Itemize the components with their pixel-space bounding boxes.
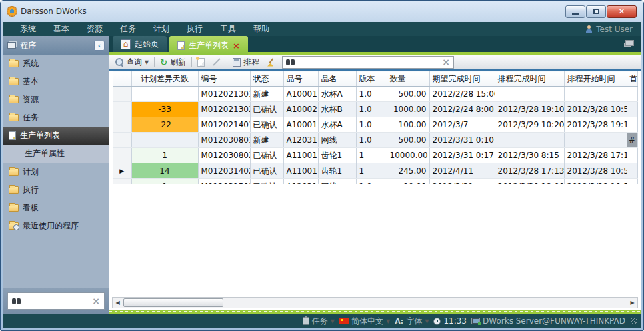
table-row[interactable]: 1M012031501已确认A12031网线1.010.002012/3/312… xyxy=(113,179,637,184)
sidebar-search-clear-icon[interactable]: × xyxy=(92,296,100,306)
row-gutter[interactable] xyxy=(113,148,131,163)
filter-search-input[interactable]: × xyxy=(282,56,454,69)
maximize-icon xyxy=(593,9,599,14)
menu-item-基本[interactable]: 基本 xyxy=(45,23,78,35)
table-header-row: 计划差异天数编号状态品号品名版本数量期望完成时间排程完成时间排程开始时间首 xyxy=(113,71,637,87)
row-gutter[interactable] xyxy=(113,102,131,117)
cell-item_no: A10001 xyxy=(283,87,318,102)
column-header-sched_end[interactable]: 排程完成时间 xyxy=(495,71,564,87)
row-indicator[interactable]: ▶ xyxy=(113,163,131,179)
table-row[interactable]: M012030801新建A12031网线1.0500.002012/3/31 0… xyxy=(113,133,637,148)
user-icon xyxy=(585,25,593,33)
table-row[interactable]: -22M012021401已确认A10001水杯A1.0100.002012/3… xyxy=(113,117,637,133)
cell-qty: 10000.00 xyxy=(387,148,429,163)
cell-item_no: A10001 xyxy=(283,117,318,133)
tab-production-order-list[interactable]: 生产单列表 × xyxy=(169,36,248,55)
edit-button[interactable] xyxy=(210,61,223,63)
cell-code: M012030801 xyxy=(198,133,250,148)
chevron-down-icon: ▼ xyxy=(386,318,390,324)
cell-code: M012021301 xyxy=(198,87,250,102)
scroll-left-icon[interactable]: ◀ xyxy=(113,298,123,308)
column-header-status[interactable]: 状态 xyxy=(250,71,283,87)
cell-expect: 2012/3/7 xyxy=(429,117,495,133)
clean-button[interactable] xyxy=(265,58,277,67)
sidebar-item-生产单列表[interactable]: 生产单列表 xyxy=(3,127,109,145)
table-row[interactable]: -33M012021302已确认A10002水杯B1.01000.002012/… xyxy=(113,102,637,117)
column-header-extra[interactable]: 首 xyxy=(627,71,637,87)
task-status-dropdown[interactable]: 任务 ▼ xyxy=(303,316,335,327)
sidebar-item-计划[interactable]: 计划 xyxy=(3,163,109,181)
menu-item-工具[interactable]: 工具 xyxy=(211,23,245,35)
tab-start-page[interactable]: ⌂ 起始页 xyxy=(113,36,167,52)
menu-item-资源[interactable]: 资源 xyxy=(78,23,111,35)
new-button[interactable] xyxy=(195,58,207,67)
sidebar-item-任务[interactable]: 任务 xyxy=(3,109,109,127)
scroll-right-icon[interactable]: ▶ xyxy=(627,298,637,308)
user-area[interactable]: Test User xyxy=(585,25,633,34)
sidebar-item-基本[interactable]: 基本 xyxy=(3,73,109,91)
row-gutter[interactable] xyxy=(113,87,131,102)
cell-sched_start: 2012/3/28 10:52 xyxy=(564,163,627,179)
filter-clear-icon[interactable]: × xyxy=(442,57,450,67)
refresh-button[interactable]: ↻ 刷新 xyxy=(158,57,188,68)
cell-extra: # xyxy=(627,133,637,148)
server-icon xyxy=(471,318,480,324)
tab-strip: ⌂ 起始页 生产单列表 × xyxy=(109,36,641,55)
row-gutter[interactable] xyxy=(113,179,131,184)
column-header-version[interactable]: 版本 xyxy=(356,71,387,87)
sidebar-search-input[interactable]: × xyxy=(7,292,105,310)
menu-item-计划[interactable]: 计划 xyxy=(145,23,178,35)
column-header-code[interactable]: 编号 xyxy=(198,71,250,87)
cell-qty: 500.00 xyxy=(387,133,429,148)
column-header-diff[interactable]: 计划差异天数 xyxy=(131,71,198,87)
schedule-button[interactable]: 排程 xyxy=(231,57,261,68)
table-row[interactable]: ▶14M012031402已确认A11001齿轮11245.002012/4/1… xyxy=(113,163,637,179)
sidebar-collapse-button[interactable]: ‹ xyxy=(94,41,105,51)
column-header-expect[interactable]: 期望完成时间 xyxy=(429,71,495,87)
sidebar-item-label: 生产单列表 xyxy=(20,130,60,141)
menu-item-执行[interactable]: 执行 xyxy=(178,23,211,35)
window-list-icon[interactable] xyxy=(625,40,634,46)
sidebar-item-最近使用的程序[interactable]: 最近使用的程序 xyxy=(3,217,109,235)
folder-icon xyxy=(9,114,19,121)
language-dropdown[interactable]: 简体中文 ▼ xyxy=(339,316,390,327)
sidebar-header-label: 程序 xyxy=(20,40,36,51)
column-header-sched_start[interactable]: 排程开始时间 xyxy=(564,71,627,87)
cell-item_name: 水杯A xyxy=(318,117,356,133)
cell-diff: -22 xyxy=(131,117,198,133)
sidebar-item-看板[interactable]: 看板 xyxy=(3,199,109,217)
tab-close-icon[interactable]: × xyxy=(233,41,240,50)
cell-item_no: A11001 xyxy=(283,148,318,163)
cell-status: 新建 xyxy=(250,87,283,102)
row-gutter[interactable] xyxy=(113,133,131,148)
menu-item-任务[interactable]: 任务 xyxy=(111,23,145,35)
query-label: 查询 xyxy=(126,57,142,68)
sidebar-item-执行[interactable]: 执行 xyxy=(3,181,109,199)
close-button[interactable]: ✕ xyxy=(607,5,637,18)
font-dropdown[interactable]: A: 字体 ▼ xyxy=(395,316,429,327)
column-header-qty[interactable]: 数量 xyxy=(387,71,429,87)
cell-status: 已确认 xyxy=(250,179,283,184)
sidebar-item-生产单属性[interactable]: 生产单属性 xyxy=(3,145,109,163)
table-row[interactable]: 1M012030802已确认A11001齿轮1110000.002012/3/3… xyxy=(113,148,637,163)
sidebar-item-系统[interactable]: 系统 xyxy=(3,55,109,73)
folder-icon xyxy=(9,60,19,67)
query-button[interactable]: 查询 ▼ xyxy=(113,57,151,68)
column-header-item_no[interactable]: 品号 xyxy=(283,71,318,87)
pencil-icon xyxy=(213,58,220,65)
minimize-button[interactable] xyxy=(565,5,585,18)
scrollbar-thumb[interactable] xyxy=(123,298,223,307)
china-flag-icon xyxy=(339,318,349,324)
menu-item-帮助[interactable]: 帮助 xyxy=(245,23,278,35)
resize-grip-icon[interactable] xyxy=(631,318,637,324)
cell-sched_end: 2012/3/28 17:13 xyxy=(495,163,564,179)
sidebar-item-资源[interactable]: 资源 xyxy=(3,91,109,109)
maximize-button[interactable] xyxy=(586,5,606,18)
row-gutter[interactable] xyxy=(113,117,131,133)
cell-expect: 2012/3/31 xyxy=(429,179,495,184)
horizontal-scrollbar[interactable]: ◀ ▶ xyxy=(112,297,638,308)
menu-item-系统[interactable]: 系统 xyxy=(11,23,45,35)
table-row[interactable]: M012021301新建A10001水杯A1.0500.002012/2/28 … xyxy=(113,87,637,102)
column-header-item_name[interactable]: 品名 xyxy=(318,71,356,87)
cell-qty: 100.00 xyxy=(387,117,429,133)
